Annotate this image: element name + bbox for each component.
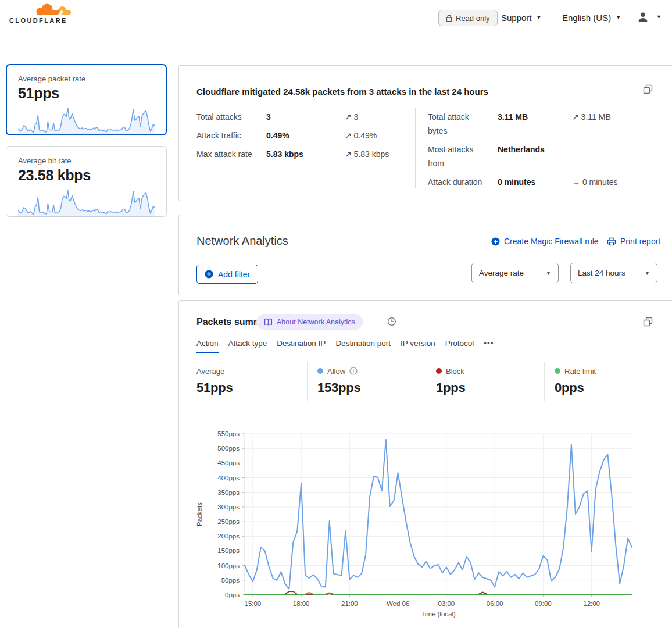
add-filter-button[interactable]: Add filter (196, 265, 258, 284)
user-account-menu[interactable]: ▼ (637, 12, 662, 23)
about-network-analytics-pill[interactable]: About Network Analytics (256, 314, 363, 330)
read-only-badge: Read only (438, 10, 498, 26)
about-pill-label: About Network Analytics (277, 318, 355, 326)
block-dot-icon (436, 368, 442, 374)
tab-protocol[interactable]: Protocol (445, 339, 474, 353)
stat-label: Max attack rate (196, 147, 252, 161)
svg-text:Packets: Packets (196, 502, 203, 526)
legend-label: Average (196, 367, 224, 376)
tab-ip-version[interactable]: IP version (401, 339, 435, 353)
svg-text:50pps: 50pps (221, 577, 240, 584)
dimension-tabs: Action Attack type Destination IP Destin… (196, 339, 494, 353)
metric-select-value: Average rate (479, 269, 524, 277)
network-analytics-card: Network Analytics Create Magic Firewall … (178, 215, 672, 295)
packet-rate-sparkline (18, 104, 155, 135)
packets-summary-card: Packets summary About Network Analytics … (178, 300, 672, 628)
cloudflare-cloud-icon (33, 2, 72, 19)
svg-text:300pps: 300pps (217, 504, 240, 511)
add-filter-label: Add filter (218, 270, 250, 279)
stat-trend: ↗ 3.11 MB (572, 110, 611, 124)
tabs-more-button[interactable]: ••• (484, 339, 494, 353)
legend-label: Block (446, 367, 464, 376)
chevron-down-icon: ▼ (645, 270, 650, 276)
stat-trend: ↗ 3 (345, 110, 358, 124)
language-menu[interactable]: English (US) ▼ (562, 13, 621, 23)
attack-summary-title: Cloudflare mitigated 24.58k packets from… (196, 87, 488, 97)
legend-divider (426, 362, 426, 401)
svg-text:06:00: 06:00 (487, 600, 503, 607)
metric-select[interactable]: Average rate ▼ (471, 263, 559, 283)
svg-text:21:00: 21:00 (341, 600, 358, 607)
tab-action[interactable]: Action (196, 339, 219, 353)
svg-text:200pps: 200pps (217, 533, 240, 540)
svg-text:350pps: 350pps (217, 489, 240, 496)
user-icon (637, 12, 649, 23)
stat-value: 0.49% (266, 129, 289, 142)
attack-summary-card: Cloudflare mitigated 24.58k packets from… (178, 65, 672, 201)
legend-divider (544, 362, 545, 401)
legend-value: 153pps (317, 380, 428, 395)
bit-rate-sparkline (18, 186, 155, 217)
svg-text:450pps: 450pps (217, 459, 240, 466)
legend-stat-average: Average 51pps (196, 366, 307, 395)
stat-trend: ↗ 0.49% (345, 129, 377, 142)
svg-text:100pps: 100pps (217, 562, 240, 569)
legend-divider (307, 362, 308, 401)
legend-value: 1pps (436, 380, 546, 395)
plus-circle-icon (491, 237, 500, 246)
stat-trend: → 0 minutes (572, 175, 618, 189)
svg-text:18:00: 18:00 (293, 600, 310, 607)
tab-destination-ip[interactable]: Destination IP (277, 339, 326, 353)
chevron-down-icon: ▼ (656, 15, 662, 20)
cloudflare-logo[interactable]: CLOUDFLARE (9, 2, 72, 24)
lock-icon (446, 15, 452, 22)
legend-value: 0pps (555, 380, 665, 395)
print-report-label: Print report (620, 237, 660, 246)
svg-text:03:00: 03:00 (438, 600, 455, 607)
create-magic-firewall-rule-link[interactable]: Create Magic Firewall rule (491, 237, 599, 246)
allow-dot-icon (317, 368, 323, 374)
chevron-down-icon: ▼ (616, 15, 621, 20)
svg-text:09:00: 09:00 (535, 600, 552, 607)
clock-icon[interactable] (387, 317, 396, 326)
print-report-link[interactable]: Print report (607, 237, 660, 246)
svg-text:12:00: 12:00 (583, 600, 600, 607)
metric-card-bit-rate[interactable]: Average bit rate 23.58 kbps (6, 146, 167, 217)
time-range-select[interactable]: Last 24 hours ▼ (570, 263, 657, 283)
legend-stat-allow: Allow 153pps (317, 366, 428, 395)
stat-value: Netherlands (498, 142, 545, 156)
metric-label: Average bit rate (18, 156, 155, 165)
svg-text:150pps: 150pps (217, 547, 240, 554)
metric-card-packet-rate[interactable]: Average packet rate 51pps (6, 64, 167, 135)
stat-value: 5.83 kbps (266, 147, 303, 161)
copy-icon[interactable] (643, 84, 653, 94)
top-header: CLOUDFLARE Read only Support ▼ English (… (0, 0, 672, 35)
stat-value: 0 minutes (498, 175, 535, 189)
legend-stat-rate-limit: Rate limit 0pps (555, 366, 665, 395)
stat-label: Total attacks (196, 110, 242, 124)
svg-text:500pps: 500pps (217, 445, 240, 452)
stat-label: Attack traffic (196, 129, 241, 142)
svg-text:Wed 06: Wed 06 (387, 600, 409, 607)
stat-value: 3.11 MB (498, 110, 528, 124)
legend-label: Allow (327, 367, 345, 376)
copy-icon[interactable] (643, 317, 653, 327)
tab-attack-type[interactable]: Attack type (228, 339, 267, 353)
legend-value: 51pps (196, 380, 307, 395)
support-menu[interactable]: Support ▼ (501, 13, 541, 23)
legend-label: Rate limit (564, 367, 596, 376)
chevron-down-icon: ▼ (537, 15, 542, 20)
stat-label: Attack duration (428, 175, 482, 189)
info-icon[interactable] (349, 367, 358, 375)
printer-icon (607, 237, 616, 246)
metric-label: Average packet rate (18, 74, 155, 83)
plus-circle-icon (205, 270, 213, 279)
tab-destination-port[interactable]: Destination port (335, 339, 391, 353)
packets-time-series-chart[interactable]: 0pps50pps100pps150pps200pps250pps300pps3… (192, 428, 672, 625)
create-rule-label: Create Magic Firewall rule (504, 237, 599, 246)
summary-divider (415, 108, 416, 188)
rate-limit-dot-icon (555, 368, 560, 374)
language-label: English (US) (562, 13, 611, 23)
stat-label: Most attacks from (428, 142, 491, 170)
svg-text:Time (local): Time (local) (421, 611, 456, 618)
